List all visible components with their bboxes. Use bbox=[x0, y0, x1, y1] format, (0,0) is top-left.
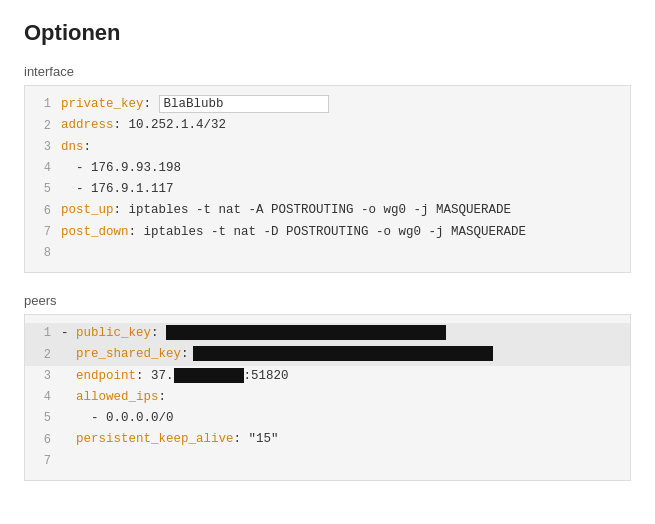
code-line-if-8: 8 bbox=[25, 243, 630, 264]
line-content bbox=[61, 451, 622, 472]
key-persistent-keepalive: persistent_keep_alive bbox=[76, 432, 234, 446]
line-content: - 176.9.93.198 bbox=[61, 158, 622, 179]
line-content: post_down: iptables -t nat -D POSTROUTIN… bbox=[61, 222, 622, 243]
redacted-endpoint bbox=[174, 368, 244, 383]
line-content: private_key: bbox=[61, 94, 622, 115]
code-line-if-3: 3 dns: bbox=[25, 137, 630, 158]
code-line-p-2: 2 pre_shared_key: bbox=[25, 344, 630, 365]
line-num: 5 bbox=[33, 179, 51, 199]
line-num: 1 bbox=[33, 323, 51, 343]
line-content: - 176.9.1.117 bbox=[61, 179, 622, 200]
line-content: address: 10.252.1.4/32 bbox=[61, 115, 622, 136]
line-num: 2 bbox=[33, 345, 51, 365]
code-line-p-3: 3 endpoint: 37.:51820 bbox=[25, 366, 630, 387]
line-content: pre_shared_key: bbox=[61, 344, 622, 365]
peers-code-block: 1 - public_key: 2 pre_shared_key: 3 endp… bbox=[24, 314, 631, 481]
line-num: 3 bbox=[33, 366, 51, 386]
line-num: 8 bbox=[33, 243, 51, 263]
private-key-input[interactable] bbox=[159, 95, 329, 113]
separator: : bbox=[144, 97, 159, 111]
code-line-if-1: 1 private_key: bbox=[25, 94, 630, 115]
key-dns: dns bbox=[61, 140, 84, 154]
val-address: 10.252.1.4/32 bbox=[129, 118, 227, 132]
key-post-up: post_up bbox=[61, 203, 114, 217]
page-title: Optionen bbox=[24, 20, 631, 46]
code-line-if-6: 6 post_up: iptables -t nat -A POSTROUTIN… bbox=[25, 200, 630, 221]
val-post-up: iptables -t nat -A POSTROUTING -o wg0 -j… bbox=[129, 203, 512, 217]
key-allowed-ips: allowed_ips bbox=[76, 390, 159, 404]
code-line-p-6: 6 persistent_keep_alive: "15" bbox=[25, 429, 630, 450]
line-num: 3 bbox=[33, 137, 51, 157]
key-public-key: public_key bbox=[76, 326, 151, 340]
line-content bbox=[61, 243, 622, 264]
line-content: - 0.0.0.0/0 bbox=[61, 408, 622, 429]
line-num: 6 bbox=[33, 430, 51, 450]
interface-section: interface 1 private_key: 2 address: 10.2… bbox=[24, 64, 631, 273]
key-endpoint: endpoint bbox=[76, 369, 136, 383]
val-post-down: iptables -t nat -D POSTROUTING -o wg0 -j… bbox=[144, 225, 527, 239]
interface-code-block: 1 private_key: 2 address: 10.252.1.4/32 … bbox=[24, 85, 631, 273]
line-content: persistent_keep_alive: "15" bbox=[61, 429, 622, 450]
line-num: 4 bbox=[33, 387, 51, 407]
interface-label: interface bbox=[24, 64, 631, 79]
code-line-if-7: 7 post_down: iptables -t nat -D POSTROUT… bbox=[25, 222, 630, 243]
line-num: 2 bbox=[33, 116, 51, 136]
code-line-p-4: 4 allowed_ips: bbox=[25, 387, 630, 408]
line-num: 5 bbox=[33, 408, 51, 428]
line-num: 6 bbox=[33, 201, 51, 221]
key-address: address bbox=[61, 118, 114, 132]
line-num: 4 bbox=[33, 158, 51, 178]
val-dns1: - 176.9.93.198 bbox=[61, 161, 181, 175]
redacted-psk bbox=[193, 346, 493, 361]
line-content: - public_key: bbox=[61, 323, 622, 344]
peers-label: peers bbox=[24, 293, 631, 308]
key-post-down: post_down bbox=[61, 225, 129, 239]
code-line-p-7: 7 bbox=[25, 451, 630, 472]
peers-section: peers 1 - public_key: 2 pre_shared_key: … bbox=[24, 293, 631, 481]
key-private-key: private_key bbox=[61, 97, 144, 111]
code-line-if-4: 4 - 176.9.93.198 bbox=[25, 158, 630, 179]
key-pre-shared-key: pre_shared_key bbox=[76, 347, 181, 361]
redacted-public-key bbox=[166, 325, 446, 340]
line-content: endpoint: 37.:51820 bbox=[61, 366, 622, 387]
code-line-if-5: 5 - 176.9.1.117 bbox=[25, 179, 630, 200]
code-line-if-2: 2 address: 10.252.1.4/32 bbox=[25, 115, 630, 136]
line-content: allowed_ips: bbox=[61, 387, 622, 408]
val-keepalive: "15" bbox=[249, 432, 279, 446]
val-dns2: - 176.9.1.117 bbox=[61, 182, 174, 196]
line-content: post_up: iptables -t nat -A POSTROUTING … bbox=[61, 200, 622, 221]
line-content: dns: bbox=[61, 137, 622, 158]
line-num: 7 bbox=[33, 451, 51, 471]
val-allowed-ips: - 0.0.0.0/0 bbox=[61, 411, 174, 425]
code-line-p-5: 5 - 0.0.0.0/0 bbox=[25, 408, 630, 429]
line-num: 7 bbox=[33, 222, 51, 242]
code-line-p-1: 1 - public_key: bbox=[25, 323, 630, 344]
line-num: 1 bbox=[33, 94, 51, 114]
